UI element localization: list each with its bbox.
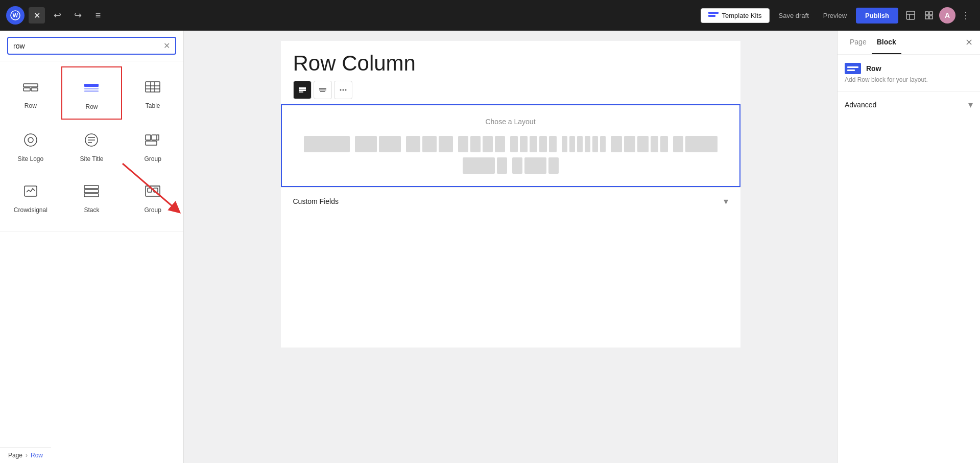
block-item-site-logo[interactable]: Site Logo — [0, 120, 61, 171]
table-icon — [140, 75, 165, 99]
svg-rect-26 — [146, 135, 151, 140]
svg-rect-30 — [84, 186, 99, 189]
user-avatar[interactable]: A — [939, 7, 955, 24]
svg-point-21 — [28, 137, 33, 143]
layout-chooser-title: Chose a Layout — [294, 118, 727, 126]
preview-button[interactable]: Preview — [818, 9, 852, 22]
svg-rect-40 — [299, 91, 303, 92]
block-item-row-col[interactable]: Row — [0, 66, 61, 120]
layout-option-1col[interactable] — [304, 136, 350, 152]
breadcrumb-separator: › — [26, 452, 28, 459]
svg-rect-34 — [148, 188, 152, 192]
svg-point-44 — [340, 89, 341, 91]
svg-rect-13 — [84, 88, 99, 89]
crowdsignal-icon — [18, 179, 43, 203]
breadcrumb-page: Page — [8, 452, 22, 459]
template-kits-button[interactable]: Template Kits — [701, 8, 769, 23]
menu-icon: ≡ — [95, 10, 101, 21]
block-label-group2: Group — [144, 206, 161, 214]
search-bar: ✕ — [0, 31, 183, 61]
breadcrumb: Page › Row — [0, 447, 51, 463]
layout-option-1-2-1[interactable] — [512, 157, 559, 174]
advanced-row[interactable]: Advanced ▾ — [838, 92, 980, 118]
template-kits-label: Template Kits — [722, 12, 761, 19]
block-label-stack: Stack — [84, 206, 99, 214]
block-label-row: Row — [85, 103, 98, 110]
block-info-desc: Add Row block for your layout. — [845, 76, 973, 83]
topbar: W ✕ ↩ ↪ ≡ Template Kits Save draft Previ… — [0, 0, 980, 31]
svg-rect-11 — [31, 88, 38, 91]
layout-option-3-4col[interactable] — [611, 136, 668, 152]
close-icon: ✕ — [965, 37, 973, 48]
svg-rect-38 — [299, 87, 306, 89]
custom-fields-bar[interactable]: Custom Fields ▾ — [281, 187, 740, 215]
block-item-site-title[interactable]: Site Title — [61, 120, 123, 171]
svg-point-46 — [345, 89, 346, 91]
svg-rect-35 — [154, 188, 158, 192]
group-icon — [140, 128, 165, 152]
svg-rect-14 — [84, 90, 99, 92]
redo-icon: ↪ — [74, 10, 82, 21]
svg-rect-32 — [84, 194, 99, 197]
advanced-label: Advanced — [845, 101, 876, 109]
breadcrumb-current: Row — [31, 452, 43, 459]
site-logo-icon — [18, 128, 43, 152]
search-clear-icon[interactable]: ✕ — [163, 41, 170, 51]
redo-button[interactable]: ↪ — [69, 7, 86, 24]
tab-block[interactable]: Block — [872, 31, 901, 54]
more-options-button[interactable]: ⋮ — [958, 7, 974, 24]
layout-options — [294, 136, 727, 174]
right-panel-header: Page Block ✕ — [838, 31, 980, 55]
block-info-icon — [845, 63, 861, 74]
undo-icon: ↩ — [54, 10, 61, 21]
row-col-icon — [18, 75, 43, 99]
layout-button[interactable] — [921, 7, 937, 24]
custom-fields-chevron: ▾ — [724, 196, 728, 207]
block-item-group1[interactable]: Group — [122, 120, 183, 171]
search-input[interactable] — [13, 42, 160, 50]
svg-point-45 — [342, 89, 344, 91]
row-more-options-button[interactable] — [334, 81, 352, 99]
svg-rect-28 — [146, 141, 157, 145]
tab-page[interactable]: Page — [845, 31, 872, 54]
close-icon: ✕ — [34, 11, 40, 20]
block-info-row: Row — [845, 63, 973, 74]
block-info-name: Row — [866, 64, 881, 73]
block-grid: Row Row — [0, 61, 183, 227]
svg-rect-31 — [84, 190, 99, 193]
layout-option-5col[interactable] — [510, 136, 557, 152]
layout-option-1-3[interactable] — [673, 136, 718, 152]
row-toolbar — [281, 81, 740, 104]
main-layout: ✕ Row — [0, 31, 980, 463]
custom-fields-label: Custom Fields — [293, 197, 339, 205]
svg-rect-12 — [84, 84, 99, 87]
search-input-wrap: ✕ — [7, 37, 176, 55]
block-item-crowdsignal[interactable]: Crowdsignal — [0, 171, 61, 222]
layout-option-2col[interactable] — [355, 136, 401, 152]
row-align-left-button[interactable] — [293, 81, 312, 99]
block-label-row-col: Row — [25, 102, 37, 109]
layout-option-3-1[interactable] — [463, 157, 507, 174]
layout-option-6col[interactable] — [562, 136, 606, 152]
layout-option-4col[interactable] — [458, 136, 505, 152]
menu-button[interactable]: ≡ — [90, 7, 106, 24]
stack-icon — [79, 179, 104, 203]
row-align-center-button[interactable] — [314, 81, 332, 99]
svg-rect-10 — [23, 88, 30, 91]
svg-rect-15 — [146, 82, 160, 92]
layout-option-3col[interactable] — [406, 136, 453, 152]
block-label-crowdsignal: Crowdsignal — [14, 206, 47, 214]
block-item-row[interactable]: Row — [61, 66, 123, 120]
save-draft-button[interactable]: Save draft — [774, 9, 814, 22]
publish-button[interactable]: Publish — [856, 8, 898, 24]
right-panel-close-button[interactable]: ✕ — [965, 37, 973, 48]
block-item-table[interactable]: Table — [122, 66, 183, 120]
block-label-table: Table — [146, 102, 160, 109]
block-item-group2[interactable]: Group — [122, 171, 183, 222]
close-editor-button[interactable]: ✕ — [29, 7, 45, 24]
undo-button[interactable]: ↩ — [49, 7, 65, 24]
block-settings-button[interactable] — [902, 7, 919, 24]
svg-rect-6 — [929, 12, 933, 15]
row-icon — [79, 76, 104, 100]
block-item-stack[interactable]: Stack — [61, 171, 123, 222]
